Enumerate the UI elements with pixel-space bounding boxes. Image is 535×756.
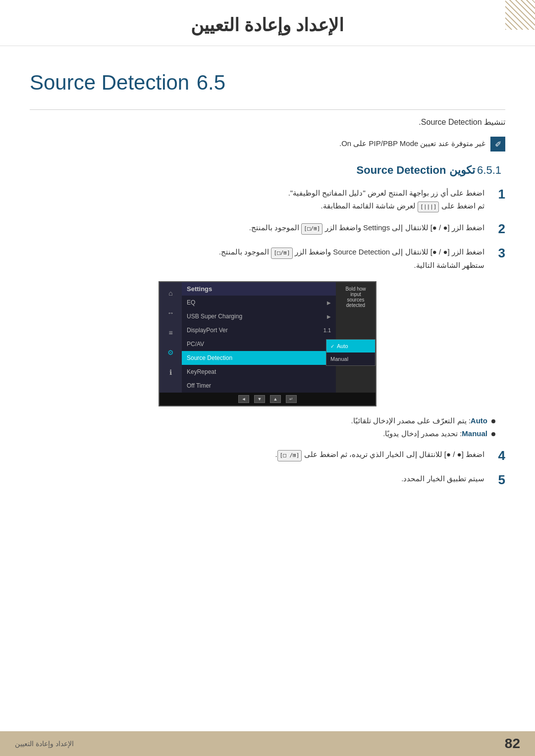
- step-3-number: 3: [490, 246, 505, 261]
- step-5-number: 5: [490, 472, 505, 488]
- bullet-manual-text: Manual: تحديد مصدر إدخال يدويًا.: [383, 429, 487, 438]
- step-2-number: 2: [490, 221, 505, 237]
- steps-container-2: 4 اضغط [● / ●] للانتقال إلى الخيار الذي …: [30, 448, 505, 488]
- note-icon: [490, 137, 505, 151]
- menu-item-displayport: DisplayPort Ver 1.1: [182, 323, 336, 337]
- step-1-number: 1: [490, 187, 505, 202]
- menu-item-eq: EQ ▶: [182, 296, 336, 309]
- bullet-section: Auto: يتم التعرّف على مصدر الإدخال تلقائ…: [30, 416, 505, 438]
- menu-panel: Settings EQ ▶ USB Super Charging ▶ Displ…: [182, 282, 336, 393]
- note-box: غير متوفرة عند تعيين PIP/PBP Mode على On…: [30, 137, 505, 151]
- page-footer: 82 الإعداد وإعادة التعيين: [0, 731, 535, 756]
- step-5-text: سيتم تطبيق الخيار المحدد.: [401, 472, 484, 485]
- bullet-dot-manual: [491, 432, 495, 436]
- sub-menu-manual: Manual: [326, 353, 375, 365]
- menu-item-offtimer: Off Timer: [182, 379, 336, 393]
- main-content: Source Detection 6.5 تنشيط Source Detect…: [0, 56, 535, 536]
- nav-left-button: ◄: [238, 395, 249, 403]
- sub-menu-auto: ✓ Auto: [326, 340, 375, 353]
- page-title: الإعداد وإعادة التعيين: [0, 15, 535, 36]
- note-text: غير متوفرة عند تعيين PIP/PBP Mode على On…: [339, 137, 485, 148]
- icon-settings-gear: ⚙: [164, 346, 178, 359]
- menu-item-pcav: PC/AV: [182, 337, 336, 351]
- menu-header: Settings: [182, 282, 336, 296]
- step-2-text: اضغط الزر [● / ●] للانتقال إلى Settings …: [249, 221, 484, 235]
- footer-page-number: 82: [505, 736, 520, 752]
- corner-decoration: [505, 0, 535, 30]
- step-2: 2 اضغط الزر [● / ●] للانتقال إلى Setting…: [30, 221, 505, 237]
- nav-up-button: ▲: [270, 395, 281, 403]
- page-header: الإعداد وإعادة التعيين: [0, 0, 535, 46]
- step-1: 1 اضغط على أي زر بواجهة المنتج لعرض "دلي…: [30, 187, 505, 212]
- icon-arrow: ↔: [164, 306, 178, 320]
- step-4-text: اضغط [● / ●] للانتقال إلى الخيار الذي تر…: [275, 448, 484, 461]
- bullet-dot-auto: [491, 419, 495, 423]
- nav-enter-button: ↵: [286, 395, 297, 403]
- screenshot-inner: ⌂ ↔ ≡ ⚙ ℹ Settings EQ ▶ USB Super Chargi…: [160, 282, 375, 393]
- step-3-text: اضغط الزر [● / ●] للانتقال إلى Source De…: [219, 246, 484, 271]
- steps-container: 1 اضغط على أي زر بواجهة المنتج لعرض "دلي…: [30, 187, 505, 271]
- menu-item-keyrepeat: KeyRepeat: [182, 365, 336, 379]
- step-4-number: 4: [490, 448, 505, 463]
- section-number: 6.5: [197, 71, 225, 94]
- step-5: 5 سيتم تطبيق الخيار المحدد.: [30, 472, 505, 488]
- bullet-manual: Manual: تحديد مصدر إدخال يدويًا.: [30, 429, 495, 438]
- sub-section-title: 6.5.1 تكوين Source Detection: [30, 164, 505, 177]
- bullet-auto-text: Auto: يتم التعرّف على مصدر الإدخال تلقائ…: [351, 416, 488, 425]
- sub-menu: ✓ Auto Manual: [326, 339, 375, 366]
- icon-menu: ≡: [164, 326, 178, 340]
- icon-home: ⌂: [164, 286, 178, 300]
- section-title-text: Source Detection: [30, 71, 189, 94]
- bullet-auto: Auto: يتم التعرّف على مصدر الإدخال تلقائ…: [30, 416, 495, 425]
- footer-chapter-name: الإعداد وإعادة التعيين: [15, 740, 74, 748]
- menu-item-source-detection: Source Detection: [182, 351, 336, 365]
- icon-info: ℹ: [164, 365, 178, 379]
- sub-section-title-text: تكوين Source Detection: [357, 164, 475, 176]
- screenshot-container: ⌂ ↔ ≡ ⚙ ℹ Settings EQ ▶ USB Super Chargi…: [159, 281, 376, 406]
- menu-item-usb: USB Super Charging ▶: [182, 309, 336, 323]
- section-divider: [30, 109, 505, 110]
- section-title-container: Source Detection 6.5: [30, 66, 505, 95]
- info-panel: Bold howinputsourcesdetected: [336, 282, 375, 393]
- sub-section-number: 6.5.1: [477, 164, 501, 176]
- icons-panel: ⌂ ↔ ≡ ⚙ ℹ: [160, 282, 182, 393]
- step-4: 4 اضغط [● / ●] للانتقال إلى الخيار الذي …: [30, 448, 505, 463]
- activation-text: تنشيط Source Detection.: [30, 117, 505, 127]
- step-1-text: اضغط على أي زر بواجهة المنتج لعرض "دليل …: [288, 187, 484, 212]
- bottom-nav-bar: ◄ ▼ ▲ ↵: [160, 393, 375, 405]
- step-3: 3 اضغط الزر [● / ●] للانتقال إلى Source …: [30, 246, 505, 271]
- nav-down-button: ▼: [254, 395, 265, 403]
